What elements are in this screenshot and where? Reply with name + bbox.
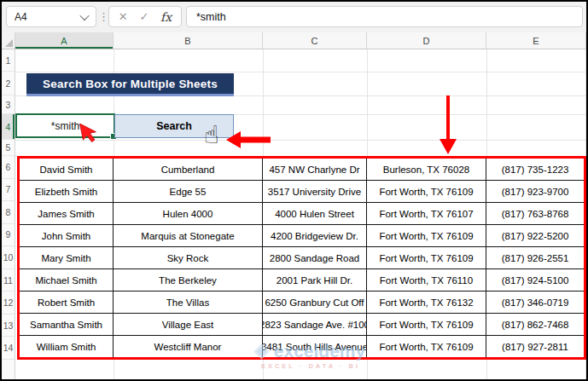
table-cell[interactable]: Cumberland [114, 159, 263, 180]
table-cell[interactable]: Hulen 4000 [114, 203, 263, 224]
table-cell[interactable]: Westcliff Manor [114, 336, 263, 357]
chevron-down-icon[interactable] [79, 10, 89, 20]
row-header[interactable]: 10 [2, 246, 15, 269]
search-cell-value: *smith [51, 120, 79, 132]
table-cell[interactable]: 3481 South Hills Avenue [263, 336, 367, 357]
search-input-cell[interactable]: *smith [15, 113, 115, 138]
table-cell[interactable]: Sky Rock [114, 247, 263, 268]
row-header[interactable]: 2 [2, 72, 15, 95]
table-cell[interactable]: 4200 Bridgeview Dr. [263, 225, 367, 246]
table-cell[interactable]: Marquis at Stonegate [114, 225, 263, 246]
table-cell[interactable]: Fort Worth, TX 76110 [367, 269, 486, 291]
row-header[interactable]: 4 [2, 114, 15, 140]
column-header-e[interactable]: E [486, 32, 586, 49]
select-all-icon [5, 39, 13, 47]
table-row: Mary SmithSky Rock2800 Sandage RoadFort … [20, 247, 584, 269]
red-arrow-down [438, 95, 458, 155]
table-cell[interactable]: 3517 University Drive [263, 181, 367, 202]
table-cell[interactable]: Fort Worth, TX 76107 [367, 203, 486, 224]
table-cell[interactable]: (817) 346-0719 [486, 292, 584, 313]
table-cell[interactable]: (817) 862-7468 [486, 314, 584, 335]
search-button[interactable]: Search [114, 114, 234, 138]
table-row: John SmithMarquis at Stonegate4200 Bridg… [20, 225, 584, 247]
results-table: David SmithCumberland457 NW Charlyne DrB… [17, 156, 586, 360]
row-header[interactable]: 6 [2, 156, 15, 179]
table-row: Robert SmithThe Villas6250 Granbury Cut … [20, 292, 584, 314]
table-cell[interactable]: John Smith [20, 225, 114, 246]
table-cell[interactable]: Mary Smith [20, 247, 114, 268]
row-header[interactable]: 3 [2, 95, 15, 114]
table-row: Samantha SmithVillage East2823 Sandage A… [20, 314, 584, 336]
table-cell[interactable]: Village East [114, 314, 263, 335]
row-header[interactable]: 11 [2, 269, 15, 292]
insert-function-icon[interactable]: fx [160, 10, 172, 24]
formula-input[interactable]: *smith [186, 6, 583, 27]
table-cell[interactable]: William Smith [20, 336, 114, 357]
name-box-value: A4 [15, 11, 27, 23]
search-button-label: Search [156, 120, 192, 132]
table-cell[interactable]: Samantha Smith [20, 314, 114, 335]
row-header[interactable]: 1 [2, 49, 15, 72]
formula-value: *smith [196, 11, 226, 23]
column-header-a[interactable]: A [15, 32, 114, 49]
worksheet[interactable]: 1234567891011121314 Search Box for Multi… [2, 49, 586, 379]
table-cell[interactable]: (817) 763-8768 [486, 203, 584, 224]
row-header[interactable]: 13 [2, 315, 15, 338]
table-cell[interactable]: 2001 Park Hill Dr. [263, 269, 367, 291]
table-cell[interactable]: James Smith [20, 203, 114, 224]
table-cell[interactable]: (817) 924-5100 [486, 269, 584, 291]
cancel-icon[interactable]: ✕ [119, 10, 128, 23]
row-header[interactable]: 9 [2, 224, 15, 247]
table-cell[interactable]: David Smith [20, 159, 114, 180]
title-banner: Search Box for Multiple Sheets [26, 73, 234, 96]
table-cell[interactable]: (817) 923-9700 [486, 181, 584, 202]
table-cell[interactable]: Michael Smith [20, 269, 114, 291]
table-cell[interactable]: (817) 922-5200 [486, 225, 584, 246]
table-cell[interactable]: Edge 55 [114, 181, 263, 202]
row-header[interactable] [2, 360, 15, 381]
table-cell[interactable]: 457 NW Charlyne Dr [263, 159, 367, 180]
table-cell[interactable]: (817) 735-1223 [486, 159, 584, 180]
table-cell[interactable]: Elizbeth Smith [20, 181, 114, 202]
table-row: James SmithHulen 40004000 Hulen StreetFo… [20, 203, 584, 225]
separator-dots-icon: ⋮ [98, 8, 107, 26]
table-row: William SmithWestcliff Manor3481 South H… [20, 336, 584, 357]
gridline [15, 72, 586, 72]
table-cell[interactable]: (817) 927-2811 [486, 336, 584, 357]
table-cell[interactable]: Robert Smith [20, 292, 114, 313]
table-cell[interactable]: Fort Worth, TX 76109 [367, 225, 486, 246]
formula-toolbar: A4 ⋮ ✕ ✓ fx *smith [2, 2, 586, 32]
table-cell[interactable]: 4000 Hulen Street [263, 203, 367, 224]
row-header[interactable]: 14 [2, 337, 15, 360]
row-header[interactable]: 8 [2, 201, 15, 224]
table-cell[interactable]: 2800 Sandage Road [263, 247, 367, 268]
column-header-b[interactable]: B [114, 32, 263, 49]
row-header[interactable]: 12 [2, 292, 15, 315]
table-cell[interactable]: 6250 Granbury Cut Off [263, 292, 367, 313]
table-cell[interactable]: Burleson, TX 76028 [367, 159, 486, 180]
excel-window: A4 ⋮ ✕ ✓ fx *smith A B C D E 12345678910… [0, 0, 588, 381]
name-box[interactable]: A4 [6, 6, 96, 27]
column-header-c[interactable]: C [263, 32, 367, 49]
table-cell[interactable]: (817) 926-2551 [486, 247, 584, 268]
table-cell[interactable]: Fort Worth, TX 76109 [367, 314, 486, 335]
table-cell[interactable]: Fort Worth, TX 76109 [367, 247, 486, 268]
row-header[interactable]: 5 [2, 140, 15, 156]
table-cell[interactable]: The Villas [114, 292, 263, 313]
table-cell[interactable]: The Berkeley [114, 269, 263, 291]
formula-buttons: ✕ ✓ fx [108, 6, 182, 27]
table-row: Michael SmithThe Berkeley2001 Park Hill … [20, 269, 584, 292]
table-cell[interactable]: Fort Worth, TX 76109 [367, 181, 486, 202]
table-cell[interactable]: 2823 Sandage Ave. #100 [263, 314, 367, 335]
confirm-icon[interactable]: ✓ [139, 10, 148, 23]
table-row: David SmithCumberland457 NW Charlyne DrB… [20, 159, 584, 181]
select-all-corner[interactable] [2, 32, 15, 49]
row-header[interactable]: 7 [2, 179, 15, 202]
row-header-column: 1234567891011121314 [2, 49, 15, 379]
table-cell[interactable]: Fort Worth, TX 76132 [367, 292, 486, 313]
column-header-d[interactable]: D [367, 32, 486, 49]
watermark-tagline: EXCEL · DATA · BI [234, 362, 387, 370]
table-row: Elizbeth SmithEdge 553517 University Dri… [20, 181, 584, 203]
gridline [15, 140, 586, 141]
table-cell[interactable]: Fort Worth, TX 76109 [367, 336, 486, 357]
